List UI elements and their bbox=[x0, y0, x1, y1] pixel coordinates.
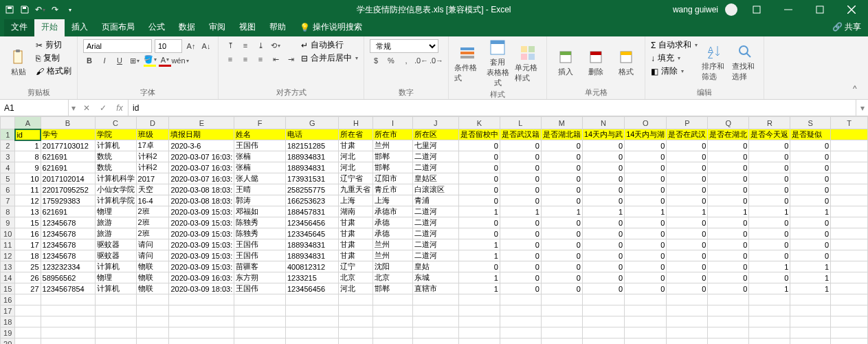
cell[interactable]: 26 bbox=[15, 272, 41, 283]
cell[interactable]: 数统 bbox=[95, 151, 136, 162]
cell[interactable] bbox=[831, 250, 868, 261]
cell[interactable] bbox=[15, 338, 41, 345]
user-name[interactable]: wang guiwei bbox=[673, 5, 718, 14]
cell[interactable] bbox=[95, 316, 136, 327]
cell[interactable]: 12345678 bbox=[41, 239, 95, 250]
cell[interactable]: 所在省 bbox=[339, 129, 373, 140]
cell[interactable] bbox=[667, 316, 708, 327]
cell[interactable] bbox=[136, 327, 169, 338]
cell[interactable]: 0 bbox=[667, 140, 708, 151]
cell[interactable]: 0 bbox=[708, 228, 749, 239]
cell[interactable]: 0 bbox=[790, 173, 831, 184]
cell[interactable]: 0 bbox=[500, 228, 541, 239]
cell[interactable]: 0 bbox=[458, 173, 500, 184]
cell[interactable]: 2班 bbox=[136, 228, 169, 239]
cell[interactable]: 123232334 bbox=[41, 261, 95, 272]
cell[interactable] bbox=[373, 294, 412, 305]
cell[interactable]: 陈独秀 bbox=[234, 217, 286, 228]
cell[interactable]: 0 bbox=[667, 184, 708, 195]
col-header[interactable]: P bbox=[667, 117, 708, 129]
cell[interactable]: 小仙女学院 bbox=[95, 184, 136, 195]
cell[interactable] bbox=[339, 305, 373, 316]
cell[interactable]: 621691 bbox=[41, 206, 95, 217]
cell[interactable]: 25 bbox=[15, 261, 41, 272]
cell[interactable]: 0 bbox=[500, 162, 541, 173]
cell[interactable]: 邓福如 bbox=[234, 206, 286, 217]
cell[interactable]: 0 bbox=[582, 162, 624, 173]
cell[interactable] bbox=[582, 305, 624, 316]
cell[interactable]: 所在市 bbox=[373, 129, 412, 140]
cell[interactable]: 2020-03-09 15:03: bbox=[169, 217, 234, 228]
cell[interactable]: 0 bbox=[541, 173, 582, 184]
cell[interactable]: 是否湖北籍 bbox=[541, 129, 582, 140]
cell[interactable]: 邯郸 bbox=[373, 151, 412, 162]
cell[interactable]: 皇姑 bbox=[412, 261, 458, 272]
col-header[interactable]: G bbox=[286, 117, 339, 129]
cell[interactable] bbox=[790, 327, 831, 338]
row-header[interactable]: 7 bbox=[1, 195, 15, 206]
cell[interactable] bbox=[749, 305, 790, 316]
cell[interactable] bbox=[15, 316, 41, 327]
cell[interactable]: 白滚滚区 bbox=[412, 184, 458, 195]
cell[interactable]: 188934831 bbox=[286, 239, 339, 250]
name-box[interactable]: A1 bbox=[0, 100, 69, 116]
row-header[interactable]: 18 bbox=[1, 316, 15, 327]
cell[interactable]: 621691 bbox=[41, 151, 95, 162]
cell[interactable]: 22017095252 bbox=[41, 184, 95, 195]
cell[interactable]: 学号 bbox=[41, 129, 95, 140]
cell[interactable]: 0 bbox=[790, 217, 831, 228]
cell[interactable] bbox=[749, 327, 790, 338]
cell[interactable]: 0 bbox=[500, 173, 541, 184]
cell[interactable] bbox=[286, 294, 339, 305]
cell[interactable]: 9 bbox=[15, 162, 41, 173]
cell[interactable]: 0 bbox=[541, 184, 582, 195]
cell[interactable] bbox=[458, 327, 500, 338]
tab-formulas[interactable]: 公式 bbox=[142, 18, 172, 36]
col-header[interactable]: T bbox=[831, 117, 868, 129]
row-header[interactable]: 10 bbox=[1, 228, 15, 239]
cell[interactable] bbox=[831, 151, 868, 162]
row-header[interactable]: 3 bbox=[1, 151, 15, 162]
cell[interactable]: 0 bbox=[708, 217, 749, 228]
cell[interactable] bbox=[136, 305, 169, 316]
minimize-icon[interactable] bbox=[776, 0, 801, 19]
cell[interactable] bbox=[169, 338, 234, 345]
cell[interactable] bbox=[339, 316, 373, 327]
cell[interactable]: 2020-3-6 bbox=[169, 140, 234, 151]
cell[interactable]: 0 bbox=[749, 239, 790, 250]
cell[interactable]: 58956562 bbox=[41, 272, 95, 283]
cell[interactable]: 0 bbox=[625, 217, 667, 228]
cell[interactable]: 166253623 bbox=[286, 195, 339, 206]
cell[interactable]: 姓名 bbox=[234, 129, 286, 140]
cell[interactable] bbox=[831, 129, 868, 140]
cell[interactable] bbox=[831, 316, 868, 327]
tab-file[interactable]: 文件 bbox=[4, 18, 34, 36]
cell[interactable]: 0 bbox=[708, 250, 749, 261]
wrap-text-button[interactable]: ↵自动换行 bbox=[301, 39, 358, 51]
cell[interactable]: 0 bbox=[625, 239, 667, 250]
cell[interactable]: 1 bbox=[749, 261, 790, 272]
cell[interactable] bbox=[708, 327, 749, 338]
cell[interactable]: 七里河 bbox=[412, 140, 458, 151]
cell[interactable]: 0 bbox=[458, 162, 500, 173]
cell[interactable] bbox=[95, 327, 136, 338]
conditional-format-button[interactable]: 条件格式 bbox=[454, 39, 480, 88]
cell[interactable]: 计科2 bbox=[136, 151, 169, 162]
cell[interactable]: 0 bbox=[541, 250, 582, 261]
cell[interactable]: 请问 bbox=[136, 250, 169, 261]
cell[interactable] bbox=[95, 338, 136, 345]
cell[interactable] bbox=[625, 305, 667, 316]
cell[interactable]: 27 bbox=[15, 283, 41, 294]
cell[interactable]: 0 bbox=[500, 239, 541, 250]
cell[interactable] bbox=[667, 327, 708, 338]
cell[interactable] bbox=[41, 305, 95, 316]
cell[interactable]: 1 bbox=[458, 272, 500, 283]
cell[interactable] bbox=[458, 305, 500, 316]
cell[interactable]: 0 bbox=[749, 151, 790, 162]
cell[interactable]: 0 bbox=[667, 239, 708, 250]
cell[interactable]: 14天内与湖 bbox=[625, 129, 667, 140]
cell[interactable]: 188457831 bbox=[286, 206, 339, 217]
cell[interactable]: 二道河 bbox=[412, 206, 458, 217]
cell[interactable]: 12345678 bbox=[41, 228, 95, 239]
cancel-formula-icon[interactable]: ✕ bbox=[78, 100, 95, 116]
